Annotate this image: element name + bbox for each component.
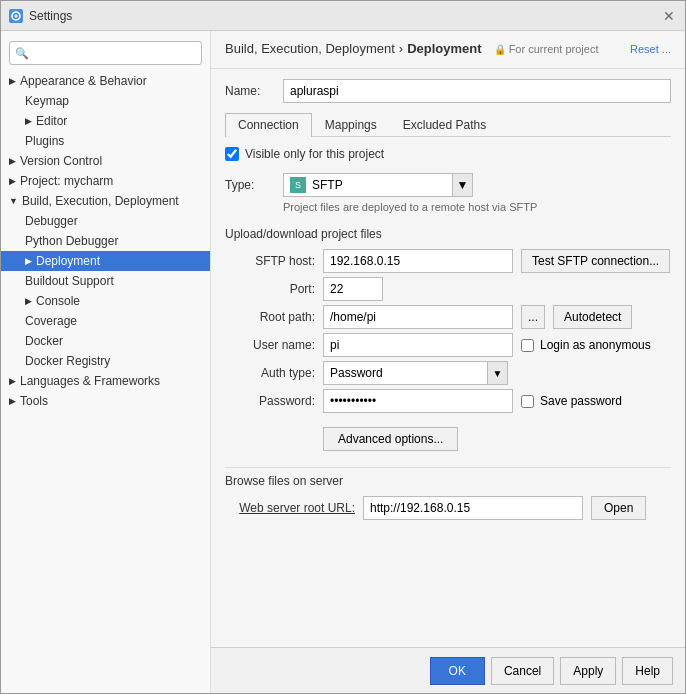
sidebar-item-label: Appearance & Behavior <box>20 74 147 88</box>
auth-type-label: Auth type: <box>225 366 315 380</box>
sidebar-item-keymap[interactable]: Keymap <box>1 91 210 111</box>
sidebar-item-label: Tools <box>20 394 48 408</box>
settings-window: Settings ✕ 🔍 ▶ Appearance & Behavior Key… <box>0 0 686 694</box>
type-row: Type: S SFTP ▼ <box>225 173 671 197</box>
panel-body: Name: Connection Mappings Excluded Paths… <box>211 69 685 647</box>
test-sftp-button[interactable]: Test SFTP connection... <box>521 249 670 273</box>
sidebar-item-label: Version Control <box>20 154 102 168</box>
breadcrumb-prefix: Build, Execution, Deployment <box>225 41 395 56</box>
open-button[interactable]: Open <box>591 496 646 520</box>
save-password-checkbox[interactable] <box>521 395 534 408</box>
sidebar-item-label: Buildout Support <box>25 274 114 288</box>
ok-button[interactable]: OK <box>430 657 485 685</box>
sidebar-item-label: Docker <box>25 334 63 348</box>
tab-mappings[interactable]: Mappings <box>312 113 390 136</box>
sidebar-item-label: Console <box>36 294 80 308</box>
login-anon-row: Login as anonymous <box>521 338 651 352</box>
arrow-icon: ▶ <box>9 156 16 166</box>
port-label: Port: <box>225 282 315 296</box>
help-button[interactable]: Help <box>622 657 673 685</box>
sidebar-item-label: Editor <box>36 114 67 128</box>
type-select-display[interactable]: S SFTP <box>283 173 453 197</box>
sidebar-item-plugins[interactable]: Plugins <box>1 131 210 151</box>
sftp-host-input[interactable] <box>323 249 513 273</box>
web-url-input[interactable] <box>363 496 583 520</box>
type-note: Project files are deployed to a remote h… <box>283 201 671 213</box>
visible-checkbox[interactable] <box>225 147 239 161</box>
auth-type-dropdown-button[interactable]: ▼ <box>488 361 508 385</box>
sidebar-item-label: Build, Execution, Deployment <box>22 194 179 208</box>
sidebar: 🔍 ▶ Appearance & Behavior Keymap ▶ Edito… <box>1 31 211 693</box>
reset-button[interactable]: Reset ... <box>630 43 671 55</box>
save-password-label: Save password <box>540 394 622 408</box>
sidebar-item-languages[interactable]: ▶ Languages & Frameworks <box>1 371 210 391</box>
sidebar-item-build-exec[interactable]: ▼ Build, Execution, Deployment <box>1 191 210 211</box>
name-row: Name: <box>225 79 671 103</box>
arrow-icon: ▶ <box>9 396 16 406</box>
auth-type-value[interactable]: Password <box>323 361 488 385</box>
search-input[interactable] <box>9 41 202 65</box>
divider <box>225 467 671 468</box>
type-value: SFTP <box>312 178 343 192</box>
root-path-row: Root path: ... Autodetect <box>225 305 671 329</box>
sidebar-item-project[interactable]: ▶ Project: mycharm <box>1 171 210 191</box>
visible-checkbox-row: Visible only for this project <box>225 147 671 161</box>
login-anon-checkbox[interactable] <box>521 339 534 352</box>
password-input[interactable] <box>323 389 513 413</box>
sidebar-item-appearance[interactable]: ▶ Appearance & Behavior <box>1 71 210 91</box>
arrow-icon: ▶ <box>25 116 32 126</box>
sidebar-item-docker-registry[interactable]: Docker Registry <box>1 351 210 371</box>
breadcrumb-active: Deployment <box>407 41 481 56</box>
sidebar-item-editor[interactable]: ▶ Editor <box>1 111 210 131</box>
sidebar-item-coverage[interactable]: Coverage <box>1 311 210 331</box>
sidebar-item-debugger[interactable]: Debugger <box>1 211 210 231</box>
password-row: Password: Save password <box>225 389 671 413</box>
sidebar-item-buildout[interactable]: Buildout Support <box>1 271 210 291</box>
autodetect-button[interactable]: Autodetect <box>553 305 632 329</box>
tab-connection[interactable]: Connection <box>225 113 312 137</box>
advanced-options-button[interactable]: Advanced options... <box>323 427 458 451</box>
type-select: S SFTP ▼ <box>283 173 473 197</box>
root-path-label: Root path: <box>225 310 315 324</box>
sidebar-item-docker[interactable]: Docker <box>1 331 210 351</box>
login-anon-label: Login as anonymous <box>540 338 651 352</box>
root-path-input[interactable] <box>323 305 513 329</box>
sidebar-item-console[interactable]: ▶ Console <box>1 291 210 311</box>
sftp-host-row: SFTP host: Test SFTP connection... <box>225 249 671 273</box>
type-dropdown-button[interactable]: ▼ <box>453 173 473 197</box>
username-row: User name: Login as anonymous <box>225 333 671 357</box>
close-button[interactable]: ✕ <box>661 8 677 24</box>
sidebar-item-label: Keymap <box>25 94 69 108</box>
title-bar: Settings ✕ <box>1 1 685 31</box>
sidebar-item-label: Project: mycharm <box>20 174 113 188</box>
sidebar-item-python-debugger[interactable]: Python Debugger <box>1 231 210 251</box>
tabs: Connection Mappings Excluded Paths <box>225 113 671 137</box>
browse-section-title: Browse files on server <box>225 474 671 488</box>
window-title: Settings <box>29 9 72 23</box>
apply-button[interactable]: Apply <box>560 657 616 685</box>
save-password-row: Save password <box>521 394 622 408</box>
sidebar-item-label: Languages & Frameworks <box>20 374 160 388</box>
main-content: 🔍 ▶ Appearance & Behavior Keymap ▶ Edito… <box>1 31 685 693</box>
sidebar-item-deployment[interactable]: ▶ Deployment <box>1 251 210 271</box>
browse-button[interactable]: ... <box>521 305 545 329</box>
svg-point-2 <box>15 14 18 17</box>
password-label: Password: <box>225 394 315 408</box>
sidebar-item-label: Docker Registry <box>25 354 110 368</box>
name-input[interactable] <box>283 79 671 103</box>
tab-excluded-paths[interactable]: Excluded Paths <box>390 113 499 136</box>
auth-type-row: Auth type: Password ▼ <box>225 361 671 385</box>
arrow-icon: ▶ <box>25 296 32 306</box>
web-url-label: Web server root URL: <box>225 501 355 515</box>
cancel-button[interactable]: Cancel <box>491 657 554 685</box>
sidebar-item-version-control[interactable]: ▶ Version Control <box>1 151 210 171</box>
breadcrumb-separator: › <box>399 41 403 56</box>
header-row: Build, Execution, Deployment › Deploymen… <box>225 41 671 56</box>
app-icon <box>9 9 23 23</box>
sidebar-item-tools[interactable]: ▶ Tools <box>1 391 210 411</box>
name-label: Name: <box>225 84 275 98</box>
username-input[interactable] <box>323 333 513 357</box>
port-input[interactable] <box>323 277 383 301</box>
for-project-label: 🔒 For current project <box>494 43 599 55</box>
sidebar-item-label: Coverage <box>25 314 77 328</box>
